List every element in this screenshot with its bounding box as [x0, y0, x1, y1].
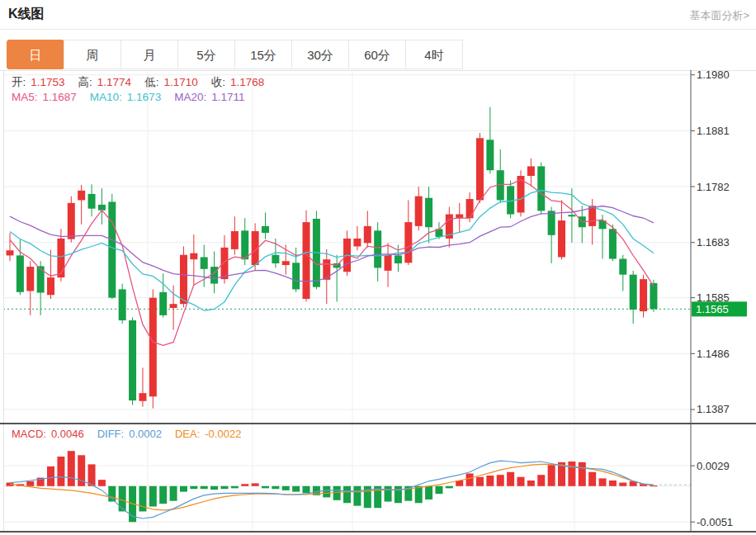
- macd-bar: [282, 486, 290, 490]
- legend-label: 低:: [144, 76, 158, 88]
- legend-value: 0.0046: [51, 428, 84, 440]
- candle-body: [303, 222, 310, 299]
- legend-value: 1.1687: [43, 91, 77, 103]
- legend-value: 1.1753: [31, 76, 64, 88]
- candle-body: [558, 220, 565, 257]
- macd-bar: [527, 481, 535, 486]
- ma5-line: [10, 180, 654, 346]
- tab-月[interactable]: 月: [120, 40, 178, 69]
- candle-body: [619, 259, 626, 275]
- tab-60分[interactable]: 60分: [348, 40, 406, 69]
- macd-bar: [241, 484, 248, 486]
- macd-bar: [159, 486, 167, 504]
- period-tab-bar: 日周月5分15分30分60分4时: [7, 40, 463, 69]
- macd-bar: [119, 486, 126, 512]
- candle-body: [292, 263, 300, 289]
- macd-bar: [47, 466, 54, 486]
- legend-label: DIFF:: [97, 428, 125, 440]
- candle-body: [353, 239, 361, 247]
- macd-bar: [568, 462, 575, 486]
- macd-bar: [303, 486, 310, 494]
- legend-value: -0.0022: [205, 428, 241, 440]
- macd-bar: [466, 473, 474, 485]
- tab-5分[interactable]: 5分: [177, 40, 235, 69]
- macd-bar: [57, 457, 64, 486]
- macd-bar: [537, 475, 545, 486]
- macd-bar: [252, 483, 259, 485]
- candle-body: [415, 196, 423, 226]
- candle-body: [108, 201, 116, 297]
- macd-bar: [609, 481, 617, 486]
- candle-body: [170, 304, 177, 308]
- legend-value: 1.1673: [127, 91, 161, 103]
- candle-body: [17, 255, 24, 291]
- legend-label: 高:: [78, 76, 92, 88]
- candle-body: [119, 289, 126, 320]
- macd-bar: [201, 486, 208, 489]
- svg-text:-0.0051: -0.0051: [697, 516, 733, 528]
- fundamental-analysis-link[interactable]: 基本面分析>: [689, 8, 749, 23]
- candle-body: [404, 222, 412, 263]
- candle-body: [57, 239, 64, 277]
- macd-bar: [231, 486, 239, 489]
- macd-bar: [619, 483, 626, 486]
- candle-body: [88, 194, 96, 209]
- macd-bar: [272, 486, 279, 489]
- candle-body: [47, 277, 54, 295]
- candle-body: [159, 292, 167, 315]
- svg-text:1.1565: 1.1565: [696, 303, 729, 315]
- macd-bar: [98, 480, 106, 486]
- tab-30分[interactable]: 30分: [291, 40, 349, 69]
- tab-周[interactable]: 周: [64, 40, 121, 69]
- candle-body: [241, 230, 248, 259]
- candle-body: [568, 215, 575, 216]
- candle-body: [272, 255, 279, 263]
- macd-bar: [323, 486, 330, 498]
- macd-bar: [220, 486, 228, 489]
- candle-body: [139, 393, 146, 401]
- candle-body: [527, 166, 535, 176]
- candle-body: [7, 250, 14, 255]
- candle-body: [374, 230, 381, 268]
- candle-body: [262, 226, 269, 233]
- svg-text:1.1387: 1.1387: [697, 403, 730, 415]
- legend-value: 1.1768: [230, 76, 264, 88]
- macd-bar: [68, 451, 75, 486]
- candle-body: [650, 283, 657, 309]
- candle-body: [149, 298, 157, 397]
- candle-body: [78, 191, 85, 201]
- legend-value: 1.1774: [97, 76, 131, 88]
- candle-body: [537, 166, 545, 211]
- macd-bar: [210, 486, 218, 490]
- svg-text:1.1782: 1.1782: [697, 181, 730, 193]
- legend-label: MA5:: [12, 91, 38, 103]
- macd-bar: [170, 486, 177, 501]
- macd-bar: [190, 486, 197, 489]
- tab-4时[interactable]: 4时: [405, 40, 463, 69]
- legend-label: 开:: [12, 76, 26, 88]
- ma20-line: [10, 206, 654, 282]
- grid-lines: [3, 71, 691, 531]
- title-separator: [0, 29, 756, 30]
- candle-body: [476, 138, 484, 200]
- candle-body: [201, 257, 208, 268]
- ma-lines: [10, 180, 654, 346]
- current-price-badge: 1.1565: [692, 301, 747, 316]
- macd-bar: [262, 486, 269, 489]
- candle-body: [282, 261, 290, 265]
- macd-bar: [292, 486, 300, 492]
- macd-bar: [180, 486, 187, 492]
- macd-bar: [385, 486, 392, 502]
- candle-body: [26, 267, 34, 291]
- macd-bar: [353, 486, 361, 506]
- candle-body: [395, 255, 402, 263]
- legend-value: 0.0002: [129, 428, 162, 440]
- macd-bar: [446, 486, 453, 489]
- tab-日[interactable]: 日: [7, 40, 64, 69]
- tab-15分[interactable]: 15分: [234, 40, 292, 69]
- svg-text:1.1881: 1.1881: [697, 125, 730, 137]
- candle-body: [37, 266, 45, 292]
- legend-label: MA20:: [174, 91, 206, 103]
- macd-bar: [333, 486, 341, 500]
- candle-body: [220, 248, 228, 279]
